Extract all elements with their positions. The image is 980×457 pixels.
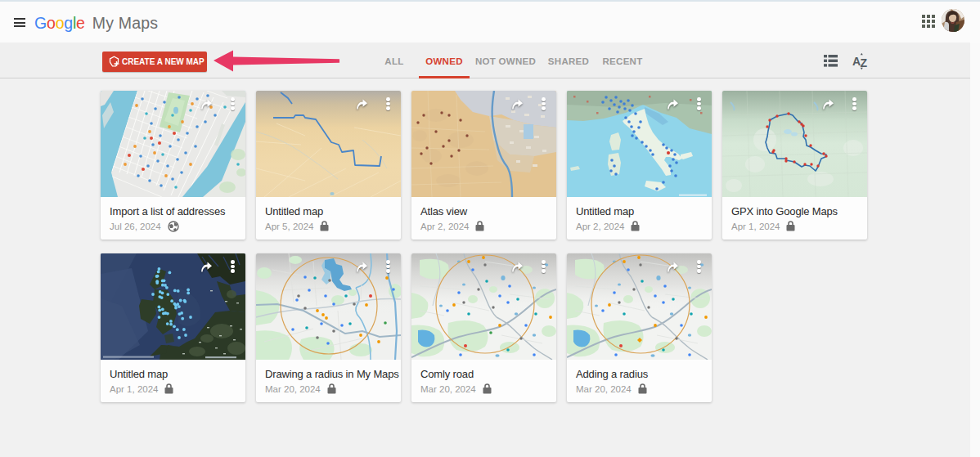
svg-text:Z: Z xyxy=(861,56,868,69)
